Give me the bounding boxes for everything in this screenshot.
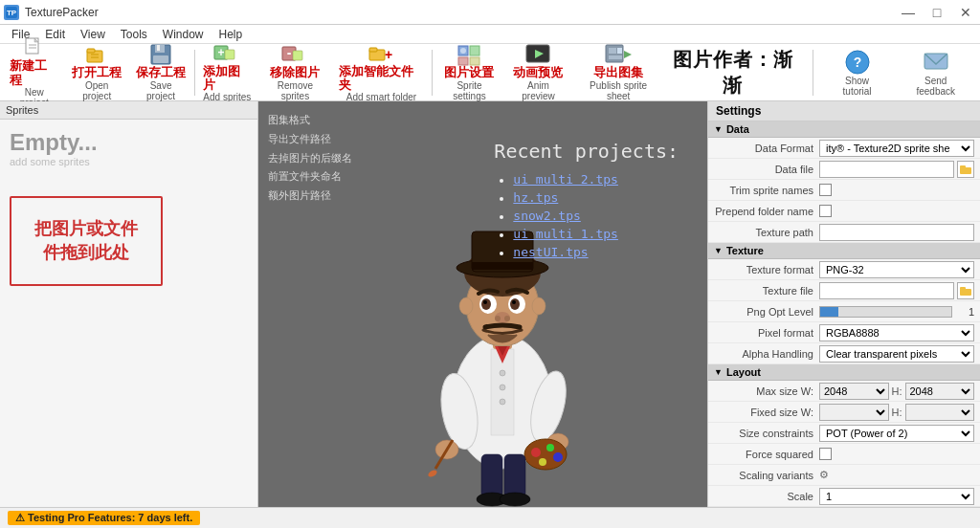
smart-folder-zh: 添加智能文件夹 <box>339 65 424 93</box>
prepend-control <box>819 205 974 217</box>
new-icon <box>23 36 46 59</box>
max-size-w-select[interactable]: 2048 <box>819 383 889 400</box>
publish-button[interactable]: 导出图集 Publish sprite sheet <box>572 45 665 100</box>
data-format-label: Data Format <box>714 143 819 154</box>
section-data-label: Data <box>726 123 749 135</box>
cn-label-0: 图集格式 <box>268 111 352 130</box>
texture-path-control <box>819 224 974 241</box>
trim-names-checkbox[interactable] <box>819 184 832 196</box>
scale-select[interactable]: 1 <box>819 488 974 505</box>
data-format-select[interactable]: ity® - Texture2D sprite she <box>819 140 974 157</box>
svg-point-65 <box>483 300 487 304</box>
pixel-format-select[interactable]: RGBA8888 <box>819 324 974 341</box>
title-bar: TP TexturePacker — □ ✕ <box>0 0 980 25</box>
svg-rect-51 <box>481 454 502 497</box>
anim-preview-zh: 动画预览 <box>513 66 563 79</box>
remove-sprites-button[interactable]: - 移除图片 Remove sprites <box>257 45 334 100</box>
recent-item-4[interactable]: nestUI.tps <box>513 245 588 259</box>
recent-item-0[interactable]: ui multi 2.tps <box>513 172 618 187</box>
svg-rect-13 <box>153 55 168 63</box>
close-button[interactable]: ✕ <box>951 0 980 25</box>
anim-preview-button[interactable]: 动画预览 Anim preview <box>504 45 571 100</box>
texture-format-select[interactable]: PNG-32 <box>819 261 974 278</box>
recent-item-3[interactable]: ui multi 1.tps <box>513 227 618 241</box>
pro-badge: ⚠ Testing Pro Features: 7 days left. <box>8 511 200 525</box>
prepend-row: Prepend folder name <box>708 201 980 222</box>
new-project-button[interactable]: 新建工程 New project <box>4 45 64 100</box>
scaling-variants-gear[interactable]: ⚙ <box>819 469 829 481</box>
data-file-input[interactable] <box>819 161 954 178</box>
menu-tools[interactable]: Tools <box>113 25 155 44</box>
feedback-icon <box>923 49 949 76</box>
recent-item-2[interactable]: snow2.tps <box>513 209 580 223</box>
fixed-size-label: Fixed size W: <box>714 407 819 418</box>
recent-item-1[interactable]: hz.tps <box>513 190 558 205</box>
anim-preview-en: Anim preview <box>510 80 566 101</box>
section-texture[interactable]: ▼ Texture <box>708 243 980 259</box>
size-constraints-label: Size constraints <box>714 428 819 439</box>
force-squared-control <box>819 448 974 460</box>
max-size-h-select[interactable]: 2048 <box>905 383 975 400</box>
section-data[interactable]: ▼ Data <box>708 121 980 138</box>
section-layout-label: Layout <box>726 366 761 378</box>
texture-file-folder-btn[interactable] <box>957 282 974 299</box>
settings-panel: Settings ▼ Data Data Format ity® - Textu… <box>707 101 980 507</box>
menu-help[interactable]: Help <box>212 25 251 44</box>
fixed-size-h-select[interactable] <box>905 404 975 421</box>
svg-text:+: + <box>385 47 392 62</box>
drop-area[interactable]: 把图片或文件件拖到此处 <box>10 196 163 286</box>
svg-point-48 <box>539 458 546 466</box>
remove-sprites-icon: - <box>281 43 308 66</box>
texture-path-input[interactable] <box>819 224 974 241</box>
smart-folder-button[interactable]: + 添加智能文件夹 Add smart folder <box>333 45 430 100</box>
svg-point-63 <box>481 298 491 310</box>
data-file-control <box>819 161 974 178</box>
data-file-folder-btn[interactable] <box>957 161 974 178</box>
smart-folder-icon: + <box>368 42 394 65</box>
trim-names-label: Trim sprite names <box>714 185 819 196</box>
minimize-button[interactable]: — <box>894 0 923 25</box>
menu-window[interactable]: Window <box>155 25 212 44</box>
menu-view[interactable]: View <box>73 25 113 44</box>
texture-file-input[interactable] <box>819 282 954 299</box>
scaling-variants-label: Scaling variants <box>714 470 819 481</box>
size-constraints-select[interactable]: POT (Power of 2) <box>819 425 974 442</box>
svg-text:+: + <box>218 46 225 59</box>
force-squared-checkbox[interactable] <box>819 448 832 460</box>
texture-path-row: Texture path <box>708 222 980 243</box>
svg-text:-: - <box>287 45 292 60</box>
open-project-button[interactable]: 打开工程 Open project <box>64 45 129 100</box>
add-sprites-zh: 添加图片 <box>203 65 252 93</box>
fixed-size-w-select[interactable] <box>819 404 889 421</box>
open-project-zh: 打开工程 <box>72 66 122 79</box>
max-size-label: Max size W: <box>714 385 819 397</box>
section-layout-triangle: ▼ <box>714 367 723 377</box>
data-format-row: Data Format ity® - Texture2D sprite she <box>708 138 980 159</box>
app-icon: TP <box>4 5 19 20</box>
prepend-checkbox[interactable] <box>819 205 832 217</box>
add-sprites-button[interactable]: + 添加图片 Add sprites <box>197 45 257 100</box>
svg-rect-31 <box>609 48 616 54</box>
maximize-button[interactable]: □ <box>923 0 951 25</box>
alpha-handling-select[interactable]: Clear transparent pixels <box>819 345 974 363</box>
sprite-settings-button[interactable]: 图片设置 Sprite settings <box>434 45 505 100</box>
publish-icon <box>605 43 632 66</box>
texture-path-label: Texture path <box>714 227 819 238</box>
scale-label: Scale <box>714 491 819 502</box>
section-layout[interactable]: ▼ Layout <box>708 364 980 381</box>
png-opt-slider[interactable] <box>819 306 952 318</box>
canvas-background: 图集格式 导出文件路径 去掉图片的后缀名 前置文件夹命名 额外图片路径 <box>258 101 707 507</box>
scale-control: 1 <box>819 488 974 505</box>
svg-marker-34 <box>624 51 632 58</box>
texture-format-control: PNG-32 <box>819 261 974 278</box>
svg-point-70 <box>459 297 473 315</box>
save-project-en: Save project <box>135 80 187 101</box>
save-project-button[interactable]: 保存工程 Save project <box>129 45 192 100</box>
status-bar: ⚠ Testing Pro Features: 7 days left. <box>0 507 980 528</box>
svg-point-50 <box>427 469 438 478</box>
force-squared-label: Force squared <box>714 449 819 460</box>
send-feedback-button[interactable]: Send feedback <box>900 45 973 100</box>
show-tutorial-button[interactable]: ? Show tutorial <box>825 45 890 100</box>
max-size-control: 2048 H: 2048 <box>819 383 974 400</box>
recent-projects: Recent projects: ui multi 2.tps hz.tps s… <box>494 140 679 263</box>
